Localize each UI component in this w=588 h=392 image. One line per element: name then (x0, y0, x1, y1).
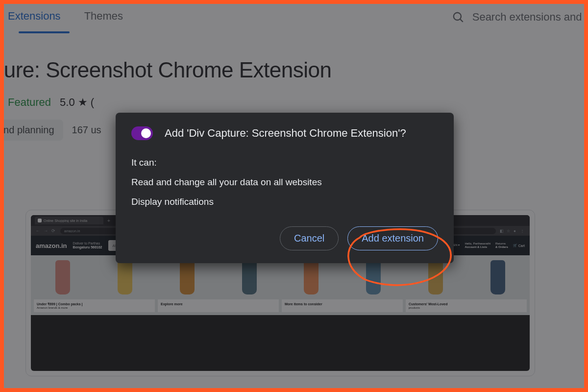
dialog-title: Add 'Div Capture: Screenshot Chrome Exte… (165, 127, 406, 140)
add-extension-button[interactable]: Add extension (347, 226, 438, 250)
permissions-label: It can: (131, 153, 438, 172)
dialog-body: It can: Read and change all your data on… (131, 153, 438, 212)
dialog-actions: Cancel Add extension (131, 226, 438, 250)
dialog-header: Add 'Div Capture: Screenshot Chrome Exte… (131, 126, 438, 140)
extension-icon (131, 126, 153, 140)
install-permission-dialog: Add 'Div Capture: Screenshot Chrome Exte… (116, 113, 454, 263)
permission-item: Read and change all your data on all web… (131, 172, 438, 192)
permission-item: Display notifications (131, 192, 438, 212)
cancel-button[interactable]: Cancel (280, 226, 339, 250)
